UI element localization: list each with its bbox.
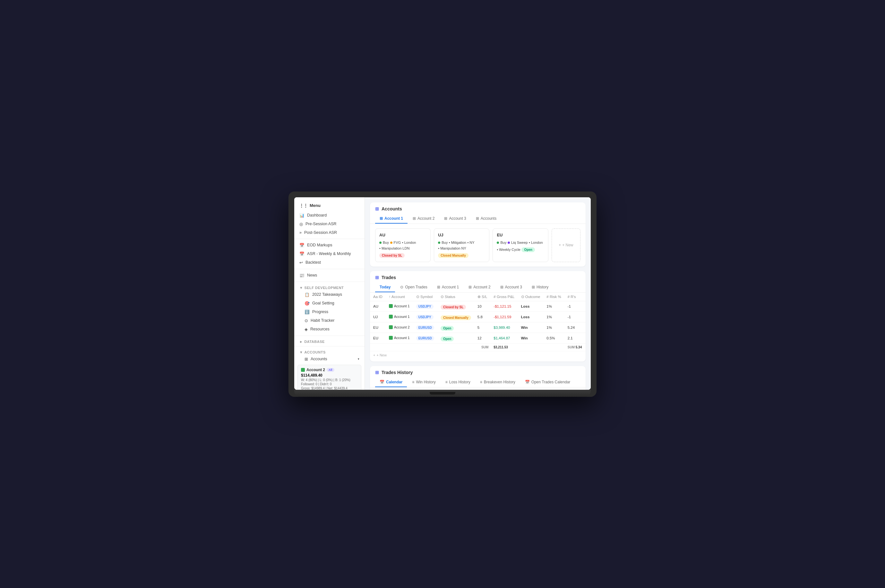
tab-breakeven-history[interactable]: ≡ Breakeven History: [476, 378, 520, 387]
sidebar-item-progress[interactable]: ℹ️ Progress: [294, 308, 364, 316]
loss-history-icon: ≡: [446, 380, 448, 384]
sidebar-section-database[interactable]: ► Database: [294, 338, 364, 344]
tab-open-trades[interactable]: ⊙ Open Trades: [396, 283, 432, 292]
au-account-tile[interactable]: AU Buy FVG • London • M: [375, 228, 430, 262]
tab-history[interactable]: ⊞ History: [527, 283, 553, 292]
eu-account-tile[interactable]: EU Buy Liq Sweep • London: [492, 228, 548, 262]
sidebar-item-news[interactable]: 📰 News: [294, 271, 364, 280]
sidebar-item-takeaways[interactable]: 📋 2022 Takeaways: [294, 290, 364, 299]
sidebar-section-accounts[interactable]: ▼ Accounts: [294, 348, 364, 355]
row3-rs: 5.24: [564, 322, 585, 333]
eu-tag-weekly: • Weekly Cycle: [497, 248, 520, 252]
row4-rs: 2.1: [564, 333, 585, 344]
tab-account2[interactable]: ⊞ Account 2: [408, 214, 439, 224]
row4-pnl: $1,464.87: [490, 333, 518, 344]
col-pnl: # Gross P&L: [490, 292, 518, 301]
dot-orange-1: [390, 242, 393, 244]
chevron-down-icon: ▼: [299, 286, 303, 290]
divider-1: [294, 238, 364, 239]
sidebar-item-backtest[interactable]: ↩ Backtest: [294, 258, 364, 267]
eu-tag-buy: Buy: [497, 241, 506, 244]
tab-account1-icon: ⊞: [380, 216, 383, 221]
news-icon: 📰: [299, 273, 304, 278]
tab-calendar[interactable]: 📅 Calendar: [375, 378, 407, 387]
new-account-tile[interactable]: + + New: [552, 228, 580, 262]
divider-4: [294, 336, 364, 336]
tab-accounts-icon: ⊞: [476, 216, 479, 221]
account2-stats2: Followed: 0 | Didn't: 0: [301, 382, 358, 386]
tab-today[interactable]: Today: [375, 283, 395, 292]
trades-section-icon: ⊞: [375, 275, 379, 280]
acc1-tab-icon: ⊞: [437, 285, 440, 290]
row4-symbol: EURUSD: [413, 333, 437, 344]
row3-sl: 5: [474, 322, 490, 333]
trades-history-card: ⊞ Trades History 📅 Calendar ≡ Win Histor…: [370, 366, 586, 390]
laptop-screen: ⋮⋮ Menu 📊 Dashboard ◎ Pre-Session ASR » …: [294, 197, 591, 390]
dropdown-icon: ▾: [358, 357, 359, 361]
section-label: Self Development: [304, 286, 344, 290]
row3-result: 5.2: [585, 322, 586, 333]
sidebar-item-label: Habit Tracker: [310, 318, 334, 323]
dot-purple-1: [508, 242, 510, 244]
sidebar-item-accounts-sub[interactable]: ⊞ Accounts ▾: [294, 355, 364, 363]
dot-green-2: [438, 242, 440, 244]
sidebar-item-pre-session[interactable]: ◎ Pre-Session ASR: [294, 220, 364, 228]
row4-risk: 0.5%: [543, 333, 564, 344]
menu-header: ⋮⋮ Menu: [294, 201, 364, 211]
tab-account1[interactable]: ⊞ Account 1: [375, 214, 408, 224]
tab-open-trades-cal[interactable]: 📅 Open Trades Calendar: [520, 378, 575, 387]
tab-acc3[interactable]: ⊞ Account 3: [496, 283, 526, 292]
sidebar-item-eod[interactable]: 📅 EOD Markups: [294, 241, 364, 250]
habit-icon: ⊙: [304, 318, 308, 323]
month-label: March 2023: [370, 387, 586, 390]
table-row[interactable]: AU Account 1 USDJPY Closed by SL 10: [370, 301, 586, 312]
trades-table-wrapper: Aa ID ↑ Account ⊙ Symbol ⊙ Status ⊗ S/L …: [370, 292, 586, 362]
new-tile-label: + New: [562, 243, 573, 248]
acc2-tab-icon: ⊞: [468, 285, 472, 290]
table-row[interactable]: EU Account 2 EURUSD Open 5: [370, 322, 586, 333]
sidebar-item-post-session[interactable]: » Post-Session ASR: [294, 228, 364, 237]
account-icon: [389, 304, 393, 308]
sidebar-item-dashboard[interactable]: 📊 Dashboard: [294, 211, 364, 220]
add-new-trade-button[interactable]: + + New: [370, 351, 586, 359]
add-new-label: + New: [376, 353, 387, 357]
row2-pnl: -$1,121.59: [490, 312, 518, 322]
au-tag-fvg: FVG: [390, 241, 401, 244]
sum-result: SUM 5.8: [585, 344, 586, 351]
uj-account-tile[interactable]: UJ Buy • Mitigation • NY • Manipulatio: [434, 228, 489, 262]
row1-account: Account 1: [386, 301, 413, 312]
row3-account: Account 2: [386, 322, 413, 333]
row1-risk: 1%: [543, 301, 564, 312]
uj-tag-mitigation: • Mitigation: [449, 241, 466, 244]
tab-loss-history[interactable]: ≡ Loss History: [441, 378, 475, 387]
sidebar-item-resources[interactable]: ◈ Resources: [294, 325, 364, 334]
row2-pair: UJ: [370, 312, 386, 322]
tab-acc1[interactable]: ⊞ Account 1: [432, 283, 464, 292]
sidebar-item-habit[interactable]: ⊙ Habit Tracker: [294, 316, 364, 325]
sidebar-item-label: Goal Setting: [312, 301, 334, 305]
accounts-grid-icon: ⊞: [304, 357, 308, 362]
uj-tag-manipulation: • Manipulation NY: [438, 246, 466, 250]
col-account: ↑ Account: [386, 292, 413, 301]
account2-sidebar-card[interactable]: Account 2 All $114,489.40 W: 4 (80%) | L…: [297, 365, 362, 390]
history-tab-icon: ⊞: [532, 285, 535, 290]
uj-status-badge: Closed Manually: [438, 253, 468, 258]
sidebar-item-asr[interactable]: 📅 ASR - Weekly & Monthly: [294, 250, 364, 258]
row3-status: Open: [437, 322, 474, 333]
sidebar-section-self-dev[interactable]: ▼ Self Development: [294, 284, 364, 290]
row4-result: 2.1: [585, 333, 586, 344]
sidebar-item-label: Accounts: [310, 357, 327, 361]
sum-row: SUM $3,211.53 SUM 5.34 SUM 5.8: [370, 344, 586, 351]
tab-account3[interactable]: ⊞ Account 3: [440, 214, 470, 224]
tab-accounts[interactable]: ⊞ Accounts: [471, 214, 501, 224]
table-row[interactable]: EU Account 1 EURUSD Open 12: [370, 333, 586, 344]
account-icon-2: [389, 315, 393, 318]
table-row[interactable]: UJ Account 1 USDJPY Closed Manually 5.8: [370, 312, 586, 322]
sidebar-item-goal[interactable]: 🎯 Goal Setting: [294, 299, 364, 308]
trades-section-card: ⊞ Trades Today ⊙ Open Trades ⊞ Account 1: [370, 271, 586, 362]
resources-icon: ◈: [304, 327, 308, 332]
tab-acc2[interactable]: ⊞ Account 2: [464, 283, 495, 292]
row3-pnl: $3,989.40: [490, 322, 518, 333]
sidebar-item-label: Dashboard: [307, 213, 327, 218]
tab-win-history[interactable]: ≡ Win History: [408, 378, 440, 387]
